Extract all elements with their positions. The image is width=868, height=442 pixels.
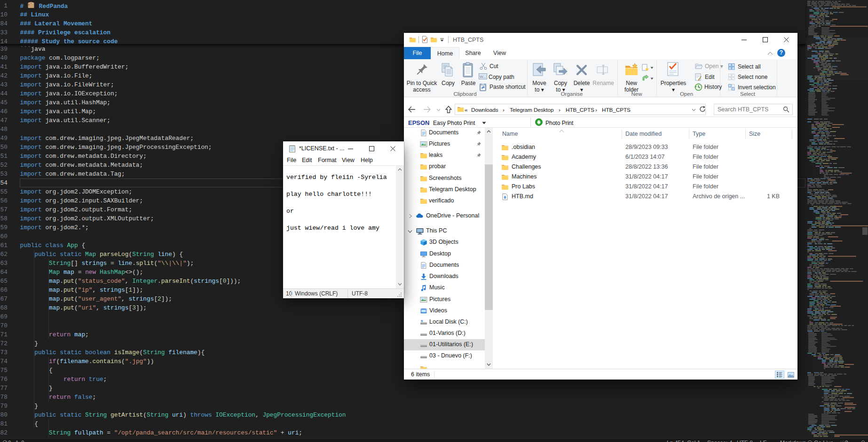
svg-text:W...: W... — [480, 75, 486, 79]
